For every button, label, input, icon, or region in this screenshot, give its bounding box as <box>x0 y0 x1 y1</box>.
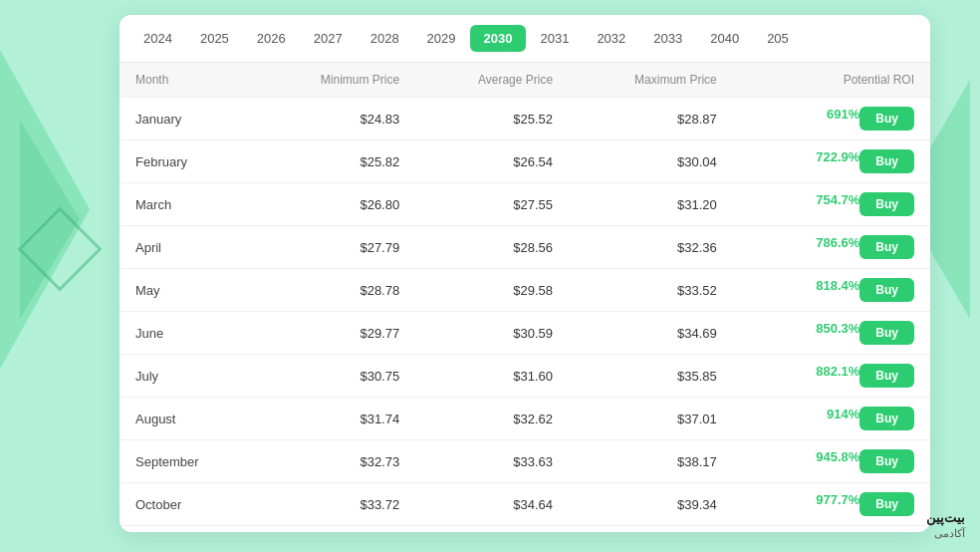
cell-avg: $30.59 <box>415 312 569 355</box>
roi-value: 786.6% <box>816 235 859 250</box>
cell-avg: $28.56 <box>415 226 569 269</box>
year-tab-2031[interactable]: 2031 <box>526 25 583 52</box>
cell-roi: 850.3% Buy <box>733 312 930 355</box>
cell-roi: 722.9% Buy <box>733 140 930 183</box>
year-tab-2027[interactable]: 2027 <box>300 25 357 52</box>
year-tabs: 2024202520262027202820292030203120322033… <box>120 15 930 63</box>
cell-min: $25.82 <box>256 140 415 183</box>
cell-min: $28.78 <box>256 269 415 312</box>
table-row: February$25.82$26.54$30.04722.9% Buy <box>120 140 930 183</box>
table-row: May$28.78$29.58$33.52818.4% Buy <box>120 269 930 312</box>
table-row: June$29.77$30.59$34.69850.3% Buy <box>120 312 930 355</box>
table-row: July$30.75$31.60$35.85882.1% Buy <box>120 355 930 398</box>
cell-max: $30.04 <box>569 140 733 183</box>
table-row: January$24.83$25.52$28.87691% Buy <box>120 98 930 140</box>
cell-max: $38.17 <box>569 440 733 483</box>
cell-max: $37.01 <box>569 398 733 440</box>
year-tab-2040[interactable]: 2040 <box>696 25 753 52</box>
cell-max: $28.87 <box>569 98 733 140</box>
cell-min: $29.77 <box>256 312 415 355</box>
table-row: April$27.79$28.56$32.36786.6% Buy <box>120 226 930 269</box>
buy-button[interactable]: Buy <box>859 449 914 473</box>
cell-avg: $33.63 <box>415 440 569 483</box>
col-avg-price: Average Price <box>415 63 569 98</box>
cell-min: $27.79 <box>256 226 415 269</box>
year-tab-2030[interactable]: 2030 <box>470 25 527 52</box>
cell-avg: $31.60 <box>415 355 569 398</box>
table-row: March$26.80$27.55$31.20754.7% Buy <box>120 183 930 226</box>
roi-value: 914% <box>827 407 859 421</box>
cell-month: March <box>120 183 256 226</box>
cell-roi: 945.8% Buy <box>733 440 930 483</box>
roi-value: 754.7% <box>816 192 859 207</box>
year-tab-2024[interactable]: 2024 <box>129 25 186 52</box>
cell-roi: 691% Buy <box>733 98 930 140</box>
table-row: August$31.74$32.62$37.01914% Buy <box>120 398 930 440</box>
year-tab-2032[interactable]: 2032 <box>583 25 639 52</box>
buy-button[interactable]: Buy <box>859 235 914 259</box>
logo-main: بیت‌پین <box>926 510 965 525</box>
roi-value: 977.7% <box>816 492 859 507</box>
col-month: Month <box>120 63 256 98</box>
cell-month: August <box>120 398 256 440</box>
cell-month: October <box>120 483 256 526</box>
table-header-row: Month Minimum Price Average Price Maximu… <box>120 63 930 98</box>
table-row: October$33.72$34.64$39.34977.7% Buy <box>120 483 930 526</box>
cell-avg: $26.54 <box>415 140 569 183</box>
cell-min: $26.80 <box>256 183 415 226</box>
cell-month: June <box>120 312 256 355</box>
year-tab-2026[interactable]: 2026 <box>243 25 300 52</box>
cell-min: $30.75 <box>256 355 415 398</box>
cell-month: February <box>120 140 256 183</box>
logo-area: بیت‌پین آکادمی <box>926 510 965 540</box>
buy-button[interactable]: Buy <box>859 407 914 430</box>
cell-roi: 977.7% Buy <box>733 483 930 526</box>
year-tab-2025[interactable]: 2025 <box>186 25 243 52</box>
cell-max: $31.20 <box>569 183 733 226</box>
cell-roi: 914% Buy <box>733 398 930 440</box>
cell-avg: $35.66 <box>415 526 569 533</box>
cell-roi: 818.4% Buy <box>733 269 930 312</box>
cell-max: $33.52 <box>569 269 733 312</box>
buy-button[interactable]: Buy <box>859 107 914 131</box>
table-row: November$34.70$35.66$40.501009.5% Buy <box>120 526 930 533</box>
cell-month: May <box>120 269 256 312</box>
logo-sub: آکادمی <box>934 527 965 540</box>
cell-max: $32.36 <box>569 226 733 269</box>
table-wrap: Month Minimum Price Average Price Maximu… <box>120 63 930 532</box>
cell-avg: $29.58 <box>415 269 569 312</box>
buy-button[interactable]: Buy <box>859 492 914 516</box>
buy-button[interactable]: Buy <box>859 364 914 388</box>
cell-roi: 786.6% Buy <box>733 226 930 269</box>
cell-avg: $27.55 <box>415 183 569 226</box>
roi-value: 850.3% <box>816 321 859 336</box>
table-row: September$32.73$33.63$38.17945.8% Buy <box>120 440 930 483</box>
bg-triangle-left <box>0 50 90 369</box>
col-min-price: Minimum Price <box>256 63 415 98</box>
year-tab-2029[interactable]: 2029 <box>413 25 470 52</box>
year-tab-2033[interactable]: 2033 <box>639 25 696 52</box>
roi-value: 818.4% <box>816 278 859 293</box>
year-tab-2028[interactable]: 2028 <box>357 25 413 52</box>
cell-max: $40.50 <box>569 526 733 533</box>
cell-avg: $32.62 <box>415 398 569 440</box>
col-roi: Potential ROI <box>733 63 930 98</box>
roi-value: 722.9% <box>816 149 859 164</box>
cell-month: November <box>120 526 256 533</box>
bg-diamond <box>18 207 103 292</box>
cell-min: $31.74 <box>256 398 415 440</box>
roi-value: 691% <box>827 107 859 122</box>
buy-button[interactable]: Buy <box>859 321 914 345</box>
year-tab-205[interactable]: 205 <box>753 25 803 52</box>
cell-max: $35.85 <box>569 355 733 398</box>
cell-month: September <box>120 440 256 483</box>
buy-button[interactable]: Buy <box>859 149 914 173</box>
cell-min: $24.83 <box>256 98 415 140</box>
buy-button[interactable]: Buy <box>859 278 914 302</box>
roi-value: 945.8% <box>816 449 859 464</box>
cell-max: $39.34 <box>569 483 733 526</box>
cell-min: $34.70 <box>256 526 415 533</box>
buy-button[interactable]: Buy <box>859 192 914 216</box>
cell-avg: $34.64 <box>415 483 569 526</box>
cell-avg: $25.52 <box>415 98 569 140</box>
